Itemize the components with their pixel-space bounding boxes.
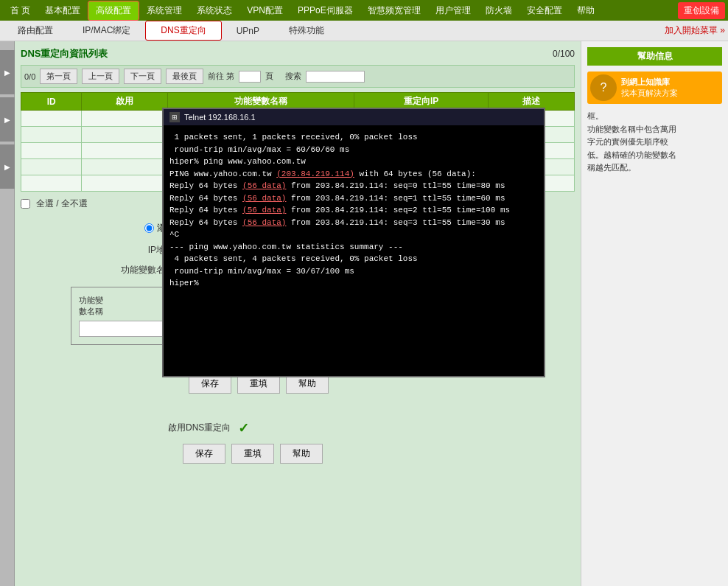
nav-home[interactable]: 首 页 xyxy=(3,1,38,20)
page-prev-button[interactable]: 上一頁 xyxy=(82,69,119,84)
telnet-line: PING www.yahoo.com.tw (203.84.219.114) w… xyxy=(169,168,538,181)
save-button-2[interactable]: 保存 xyxy=(183,444,225,464)
dns-table-header: DNS重定向資訊列表 0/100 xyxy=(21,47,575,60)
col-id: ID xyxy=(21,93,82,111)
enable-dns-section: 啟用DNS重定向 ✓ xyxy=(168,420,575,436)
help-banner-text: 到網上知識庫 找本頁解決方案 xyxy=(621,77,678,99)
nav-upnp[interactable]: UPnP xyxy=(222,23,274,39)
page-label: 頁 xyxy=(265,71,273,82)
nav-route-config[interactable]: 路由配置 xyxy=(3,21,68,40)
nav-advanced-config[interactable]: 高级配置 xyxy=(88,1,139,21)
nav-pppoe[interactable]: PPPoE伺服器 xyxy=(290,1,360,20)
dns-table-count: 0/100 xyxy=(553,49,575,59)
bottom-buttons-2: 保存 重填 幫助 xyxy=(183,444,575,464)
telnet-title: Telnet 192.168.16.1 xyxy=(184,113,256,122)
nav-system-status[interactable]: 系统状态 xyxy=(189,1,239,20)
telnet-line: round-trip min/avg/max = 30/67/100 ms xyxy=(169,265,538,278)
top-nav-bar: 首 页 基本配置 高级配置 系统管理 系统状态 VPN配置 PPPoE伺服器 智… xyxy=(0,0,728,21)
help-content-line: 字元的實例優先順序較 xyxy=(587,136,722,149)
help-banner[interactable]: ? 到網上知識庫 找本頁解決方案 xyxy=(587,71,722,104)
page-next-button[interactable]: 下一頁 xyxy=(124,69,161,84)
nav-system-mgmt[interactable]: 系统管理 xyxy=(139,1,189,20)
nav-security[interactable]: 安全配置 xyxy=(519,1,570,20)
telnet-line: Reply 64 bytes (56 data) from 203.84.219… xyxy=(169,180,538,192)
page-last-button[interactable]: 最後頁 xyxy=(166,69,203,84)
search-label: 搜索 xyxy=(285,71,301,82)
nav-user-mgmt[interactable]: 用户管理 xyxy=(428,1,478,20)
main-layout: ▶ ▶ ▶ DNS重定向資訊列表 0/100 0/0 第一頁 上一頁 下一頁 最… xyxy=(0,41,728,586)
help-content-line: 功能變數名稱中包含萬用 xyxy=(587,123,722,136)
telnet-line: ^C xyxy=(169,229,538,241)
help-content-line: 低。越精確的功能變數名 xyxy=(587,149,722,162)
telnet-line: 4 packets sent, 4 packets received, 0% p… xyxy=(169,253,538,265)
select-all-label[interactable]: 全選 / 全不選 xyxy=(36,198,88,210)
var-name-box-label: 功能變 數名稱 xyxy=(79,295,103,318)
col-enabled: 啟用 xyxy=(82,93,167,111)
telnet-line: Reply 64 bytes (56 data) from 203.84.219… xyxy=(169,217,538,229)
nav-vpn[interactable]: VPN配置 xyxy=(239,1,290,20)
help-content-line: 稱越先匹配。 xyxy=(587,161,722,175)
enable-dns-label: 啟用DNS重定向 xyxy=(168,422,231,434)
second-nav-bar: 路由配置 IP/MAC绑定 DNS重定向 UPnP 特殊功能 加入開始菜單 » xyxy=(0,21,728,41)
nav-bandwidth[interactable]: 智慧频宽管理 xyxy=(360,1,428,20)
nav-firewall[interactable]: 防火墙 xyxy=(478,1,519,20)
sidebar-arrow-2[interactable]: ▶ xyxy=(0,97,15,142)
content-area: DNS重定向資訊列表 0/100 0/0 第一頁 上一頁 下一頁 最後頁 前往 … xyxy=(15,41,581,586)
nav-basic-config[interactable]: 基本配置 xyxy=(38,1,88,20)
reset-device-button[interactable]: 重创設備 xyxy=(678,2,725,19)
nav-help[interactable]: 帮助 xyxy=(570,1,602,20)
telnet-line: Reply 64 bytes (56 data) from 203.84.219… xyxy=(169,192,538,205)
help-banner-icon: ? xyxy=(590,74,617,101)
reset-button-2[interactable]: 重填 xyxy=(231,444,274,464)
sidebar-arrow-3[interactable]: ▶ xyxy=(0,144,15,189)
page-first-button[interactable]: 第一頁 xyxy=(40,69,77,84)
telnet-window-icon: ⊞ xyxy=(169,112,180,122)
nav-ip-mac[interactable]: IP/MAC绑定 xyxy=(68,21,145,40)
pagination-bar: 0/0 第一頁 上一頁 下一頁 最後頁 前往 第 頁 搜索 xyxy=(21,65,575,88)
nav-dns-redirect[interactable]: DNS重定向 xyxy=(145,21,221,41)
telnet-line: --- ping www.yahoo.com.tw statistics sum… xyxy=(169,241,538,254)
telnet-line: hiper% ping www.yahoo.com.tw xyxy=(169,156,538,168)
telnet-line: round-trip min/avg/max = 60/60/60 ms xyxy=(169,144,538,156)
telnet-line: 1 packets sent, 1 packets received, 0% p… xyxy=(169,131,538,144)
add-to-menu-link[interactable]: 加入開始菜單 » xyxy=(665,24,725,37)
right-panel: 幫助信息 ? 到網上知識庫 找本頁解決方案 框。功能變數名稱中包含萬用字元的實例… xyxy=(581,41,728,586)
sidebar-arrow-1[interactable]: ▶ xyxy=(0,50,15,94)
radio-add[interactable] xyxy=(144,223,154,233)
select-all-checkbox[interactable] xyxy=(21,199,30,209)
left-sidebar: ▶ ▶ ▶ xyxy=(0,41,15,586)
help-title: 幫助信息 xyxy=(587,47,722,66)
page-number-input[interactable] xyxy=(239,71,261,83)
page-go-label: 前往 第 xyxy=(208,71,234,82)
search-input[interactable] xyxy=(306,71,365,83)
telnet-titlebar[interactable]: ⊞ Telnet 192.168.16.1 xyxy=(164,109,544,125)
dns-table-title: DNS重定向資訊列表 xyxy=(21,47,108,60)
enable-dns-checkmark: ✓ xyxy=(238,420,249,436)
nav-special[interactable]: 特殊功能 xyxy=(274,21,339,40)
help-content-text: 框。功能變數名稱中包含萬用字元的實例優先順序較低。越精確的功能變數名稱越先匹配。 xyxy=(587,110,722,175)
telnet-line: Reply 64 bytes (56 data) from 203.84.219… xyxy=(169,204,538,217)
help-content-line: 框。 xyxy=(587,110,722,123)
telnet-window: ⊞ Telnet 192.168.16.1 1 packets sent, 1 … xyxy=(162,108,545,377)
telnet-content: 1 packets sent, 1 packets received, 0% p… xyxy=(164,125,544,376)
page-current: 0/0 xyxy=(24,72,35,81)
telnet-line: hiper% xyxy=(169,277,538,290)
help-button-2[interactable]: 幫助 xyxy=(280,444,323,464)
